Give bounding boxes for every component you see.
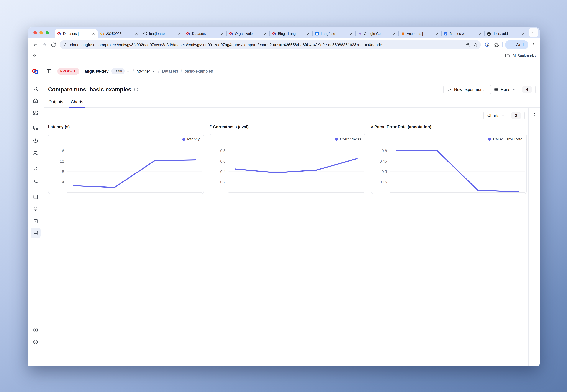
project-name[interactable]: no-filter — [136, 69, 150, 74]
sidebar-item-users[interactable] — [30, 148, 41, 158]
data-line — [74, 160, 196, 187]
zoom-window-icon[interactable] — [45, 31, 49, 34]
charts-dropdown-button[interactable]: Charts 3 — [483, 111, 525, 120]
chart-card: Correctness0.20.40.60.8 — [210, 134, 365, 194]
browser-tab[interactable]: 20250923 — [98, 29, 141, 38]
tab-close-icon[interactable] — [134, 31, 139, 36]
charts-count-badge: 3 — [511, 112, 521, 119]
tab-close-icon[interactable] — [177, 31, 182, 36]
chart-plot: 0.150.30.450.6 — [371, 134, 526, 194]
tab-close-icon[interactable] — [521, 31, 526, 36]
runs-dropdown-button[interactable]: Runs 4 — [490, 85, 536, 94]
browser-tab[interactable]: Blog - Lang — [269, 29, 312, 38]
charts-content: Charts 3 Latency (s)latency481216# Corre… — [43, 107, 540, 366]
sidebar-item-dashboards[interactable] — [30, 108, 41, 118]
browser-tab[interactable]: Datasets | l — [55, 29, 98, 38]
browser-tab[interactable]: Marlies we — [441, 29, 484, 38]
sidebar-item-prompts[interactable] — [30, 164, 41, 174]
tab-close-icon[interactable] — [435, 31, 440, 36]
y-tick-label: 8 — [62, 169, 64, 174]
browser-menu-icon[interactable] — [530, 42, 537, 48]
tab-title: docs: add — [493, 32, 519, 36]
browser-tab[interactable]: 6Langfuse - — [312, 29, 355, 38]
refresh-button[interactable] — [49, 41, 57, 49]
user-avatar[interactable] — [31, 354, 40, 363]
org-switcher-chevron-icon[interactable] — [126, 69, 130, 73]
chart-card: latency481216 — [48, 134, 204, 194]
close-window-icon[interactable] — [33, 31, 37, 34]
chevron-down-icon — [512, 88, 516, 91]
tab-charts[interactable]: Charts — [71, 97, 83, 107]
tab-title: Blog - Lang — [278, 32, 304, 36]
breadcrumb-separator: / — [181, 68, 182, 75]
zoom-page-icon[interactable] — [466, 42, 470, 47]
sidebar-item-search[interactable] — [30, 84, 41, 94]
breadcrumb-separator: / — [132, 68, 134, 75]
organization-name[interactable]: langfuse-dev — [83, 69, 109, 74]
tab-close-icon[interactable] — [220, 31, 225, 36]
tab-strip: Datasets | l20250923feat(io-tabDatasets … — [28, 27, 540, 38]
gemini-favicon — [358, 31, 362, 36]
info-icon[interactable] — [134, 87, 139, 92]
browser-toolbar: cloud.langfuse.com/project/cmfwgv8fx002o… — [28, 38, 540, 51]
chart-group: # Parse Error Rate (annotation)Parse Err… — [371, 124, 527, 194]
browser-profile-chip[interactable]: Work — [505, 40, 528, 49]
new-experiment-button[interactable]: New experiment — [443, 85, 487, 94]
breadcrumb-datasets-link[interactable]: Datasets — [162, 69, 178, 74]
sidebar-item-playground[interactable] — [30, 176, 41, 186]
tab-close-icon[interactable] — [478, 31, 483, 36]
svg-text:6: 6 — [317, 33, 318, 35]
browser-tab[interactable]: Organizatio — [227, 29, 269, 38]
app-sidebar — [28, 83, 44, 366]
collapse-panel-icon[interactable] — [531, 111, 537, 117]
tab-close-icon[interactable] — [263, 31, 268, 36]
breadcrumb-dataset-name[interactable]: basic-examples — [184, 69, 213, 74]
sidebar-item-annotation[interactable] — [30, 216, 41, 226]
url-text[interactable]: cloud.langfuse.com/project/cmfwgv8fx002o… — [70, 42, 463, 47]
browser-tab[interactable]: Google Ge — [355, 29, 398, 38]
chart-card: Parse Error Rate0.150.30.450.6 — [371, 134, 527, 194]
browser-tab[interactable]: feat(io-tab — [141, 29, 184, 38]
sidebar-item-evals[interactable] — [30, 204, 41, 214]
tab-close-icon[interactable] — [392, 31, 397, 36]
flask-icon — [447, 87, 452, 92]
tab-title: Marlies we — [450, 32, 476, 36]
sidebar-item-datasets[interactable] — [30, 228, 41, 238]
bookmark-star-icon[interactable] — [473, 42, 478, 47]
browser-tab[interactable]: docs: add — [484, 29, 527, 38]
back-button[interactable] — [31, 41, 39, 49]
browser-window: Datasets | l20250923feat(io-tabDatasets … — [28, 27, 540, 366]
password-extension-icon[interactable] — [483, 41, 491, 49]
site-settings-icon[interactable] — [63, 42, 68, 47]
tab-search-button[interactable] — [529, 28, 538, 37]
sidebar-item-support[interactable] — [30, 337, 41, 347]
y-tick-label: 4 — [62, 180, 64, 184]
extensions-puzzle-icon[interactable] — [492, 41, 500, 49]
minimize-window-icon[interactable] — [40, 31, 43, 34]
tab-title: feat(io-tab — [149, 32, 175, 36]
langfuse-logo-icon[interactable] — [31, 67, 39, 75]
forward-button[interactable] — [40, 41, 48, 49]
sidebar-item-sessions[interactable] — [30, 136, 41, 146]
browser-tab[interactable]: Datasets | l — [184, 29, 227, 38]
sidebar-toggle-icon[interactable] — [45, 68, 52, 75]
y-tick-label: 0.45 — [380, 159, 387, 163]
tab-close-icon[interactable] — [349, 31, 354, 36]
sidebar-item-tracing[interactable] — [30, 123, 41, 133]
browser-tab[interactable]: Accounts | — [398, 29, 441, 38]
sidebar-item-home[interactable] — [30, 96, 41, 106]
tab-close-icon[interactable] — [306, 31, 311, 36]
apps-grid-icon[interactable] — [32, 53, 38, 59]
bookmarks-divider — [501, 53, 501, 58]
sidebar-item-scores[interactable] — [30, 192, 41, 202]
tab-close-icon[interactable] — [91, 31, 96, 36]
y-tick-label: 12 — [60, 159, 64, 163]
page-tabs: Outputs Charts — [43, 97, 540, 108]
breadcrumb-separator: / — [158, 68, 160, 75]
sidebar-item-settings[interactable] — [30, 325, 41, 335]
address-bar[interactable]: cloud.langfuse.com/project/cmfwgv8fx002o… — [60, 40, 481, 49]
project-switcher-chevron-icon[interactable] — [152, 69, 156, 73]
docs-blue-favicon — [444, 31, 448, 36]
all-bookmarks-label[interactable]: All Bookmarks — [512, 54, 536, 58]
tab-outputs[interactable]: Outputs — [48, 97, 63, 107]
